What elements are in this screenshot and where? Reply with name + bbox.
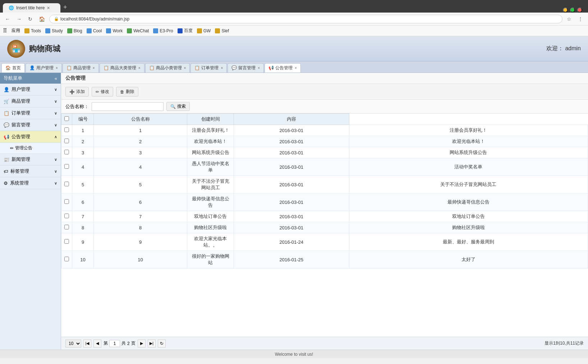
table-row[interactable]: 10 10 很好的一家购物网站 2016-01-25 太好了 — [61, 251, 588, 269]
last-page-button[interactable]: ▶| — [148, 340, 156, 347]
minimize-button[interactable] — [563, 8, 568, 13]
table-row[interactable]: 8 8 购物社区升级啦 2016-03-01 购物社区升级啦 — [61, 222, 588, 233]
tab-announcement-close[interactable]: × — [295, 66, 297, 70]
bookmark-blog[interactable]: Blog — [67, 28, 82, 33]
bookmark-tools[interactable]: Tools — [24, 28, 41, 33]
row-checkbox-5[interactable] — [64, 199, 69, 204]
tab-order-close[interactable]: × — [221, 66, 223, 70]
tab-user-close[interactable]: × — [56, 66, 58, 70]
bookmark-label-slef: Slef — [221, 28, 229, 33]
sidebar-item-news[interactable]: 📰 新闻管理 ∨ — [0, 154, 61, 165]
row-id-6: 7 — [94, 211, 187, 222]
tab-home[interactable]: 🏠 首页 — [1, 63, 25, 73]
extensions-button[interactable]: ⋮ — [576, 15, 585, 23]
row-checkbox-9[interactable] — [64, 257, 69, 261]
tab-message-close[interactable]: × — [258, 66, 260, 70]
table-row[interactable]: 9 9 欢迎大家光临本站。。 2016-01-24 最新、最好、服务最周到 — [61, 233, 588, 251]
sidebar-header-label: 导航菜单 — [4, 75, 22, 81]
sidebar-collapse-icon[interactable]: « — [55, 76, 57, 81]
page-input[interactable] — [109, 340, 120, 347]
apps-icon[interactable]: ⠿ — [3, 27, 7, 34]
refresh-button[interactable]: ↻ — [158, 340, 166, 347]
reload-button[interactable]: ↻ — [26, 15, 35, 23]
tab-category-icon: 📋 — [104, 65, 109, 70]
sidebar-order-icon: 📋 — [4, 111, 9, 116]
first-page-button[interactable]: |◀ — [83, 340, 91, 347]
row-checkbox-0[interactable] — [64, 127, 69, 132]
bookmark-study[interactable]: Study — [45, 28, 63, 33]
page-size-select[interactable]: 10 20 50 — [65, 340, 81, 347]
tab-user-mgmt[interactable]: 👤 用户管理 × — [26, 63, 62, 73]
bookmark-cool[interactable]: Cool — [87, 28, 102, 33]
table-row[interactable]: 5 5 关于不法分子冒充网站员工 2016-03-01 关于不法分子冒充网站员工 — [61, 176, 588, 193]
table-row[interactable]: 1 1 注册会员享好礼！ 2016-03-01 注册会员享好礼！ — [61, 125, 588, 136]
table-row[interactable]: 3 3 网站系统升级公告 2016-03-01 网站系统升级公告 — [61, 147, 588, 158]
row-id-2: 3 — [94, 147, 187, 158]
bookmark-wechat[interactable]: WeChat — [127, 28, 149, 33]
tab-title: Insert title here — [16, 5, 45, 10]
row-checkbox-1[interactable] — [64, 139, 69, 143]
table-row[interactable]: 7 7 双地址订单公告 2016-03-01 双地址订单公告 — [61, 211, 588, 222]
address-bar[interactable]: 🔒 localhost:8084/Ebuy/admin/main.jsp — [49, 15, 562, 23]
sidebar-item-order[interactable]: 📋 订单管理 ∨ — [0, 107, 61, 119]
search-input[interactable] — [92, 102, 164, 111]
sidebar-item-user[interactable]: 👤 用户管理 ∨ — [0, 84, 61, 95]
delete-button[interactable]: 🗑 删除 — [116, 87, 138, 97]
row-checkbox-2[interactable] — [64, 150, 69, 154]
table-row[interactable]: 4 4 愚人节活动中奖名单 2016-03-01 活动中奖名单 — [61, 158, 588, 176]
sidebar-item-system[interactable]: ⚙ 系统管理 ∨ — [0, 177, 61, 189]
bookmark-baidu[interactable]: 百度 — [178, 28, 193, 34]
close-button[interactable] — [577, 8, 582, 13]
sidebar-item-product[interactable]: 🛒 商品管理 ∨ — [0, 95, 61, 107]
new-tab-button[interactable]: + — [60, 2, 70, 13]
bookmark-e3pro[interactable]: E3-Pro — [153, 28, 173, 33]
app-wrapper: 🏪 购物商城 欢迎： admin 🏠 首页 👤 用户管理 × 📋 商品管理 × … — [0, 36, 588, 350]
table-row[interactable]: 6 6 最帅快递哥信息公告 2016-03-01 最帅快递哥信息公告 — [61, 193, 588, 211]
select-all-checkbox[interactable] — [64, 116, 69, 121]
tab-subcategory-close[interactable]: × — [184, 66, 186, 70]
bookmark-gw[interactable]: GW — [197, 28, 211, 33]
row-checkbox-7[interactable] — [64, 225, 69, 229]
bookmark-icon-work — [106, 28, 111, 33]
tab-category-mgmt[interactable]: 📋 商品大类管理 × — [100, 63, 144, 73]
star-button[interactable]: ☆ — [565, 15, 574, 23]
row-checkbox-3[interactable] — [64, 164, 69, 169]
bookmark-slef[interactable]: Slef — [215, 28, 229, 33]
maximize-button[interactable] — [570, 8, 575, 13]
sidebar-subitem-manage-announcement[interactable]: ✏ 管理公告 — [0, 143, 61, 154]
add-icon: ➕ — [69, 89, 75, 94]
home-button[interactable]: 🏠 — [37, 15, 47, 23]
row-checkbox-6[interactable] — [64, 214, 69, 218]
tab-category-close[interactable]: × — [138, 66, 141, 70]
tab-home-label: 首页 — [12, 65, 21, 71]
sidebar-item-announcement[interactable]: 📢 公告管理 ∧ — [0, 131, 61, 143]
edit-button[interactable]: ✏ 修改 — [92, 87, 113, 97]
sidebar-item-message[interactable]: 💬 留言管理 ∨ — [0, 119, 61, 131]
sidebar-message-label: 留言管理 — [12, 122, 30, 128]
tab-announcement-mgmt[interactable]: 📢 公告管理 × — [265, 63, 301, 73]
row-checkbox-8[interactable] — [64, 239, 69, 244]
search-button[interactable]: 🔍 搜索 — [166, 102, 190, 111]
table-row[interactable]: 2 2 欢迎光临本站！ 2016-03-01 欢迎光临本站！ — [61, 136, 588, 147]
row-id-8: 9 — [94, 233, 187, 251]
bookmark-work[interactable]: Work — [106, 28, 123, 33]
browser-tab[interactable]: 🌐 Insert title here ✕ — [3, 3, 60, 13]
tab-subcategory-mgmt[interactable]: 📋 商品小类管理 × — [145, 63, 190, 73]
next-page-button[interactable]: ▶ — [138, 340, 146, 347]
col-date: 创建时间 — [187, 114, 234, 125]
apps-label[interactable]: 应用 — [12, 28, 20, 34]
tab-product-close[interactable]: × — [93, 66, 95, 70]
row-name-2: 网站系统升级公告 — [187, 147, 234, 158]
add-label: 添加 — [76, 89, 85, 95]
tab-product-mgmt[interactable]: 📋 商品管理 × — [63, 63, 99, 73]
row-seq-7: 8 — [72, 222, 94, 233]
sidebar-item-tag[interactable]: 🏷 标签管理 ∨ — [0, 165, 61, 177]
prev-page-button[interactable]: ◀ — [93, 340, 101, 347]
add-button[interactable]: ➕ 添加 — [65, 87, 89, 97]
tab-order-mgmt[interactable]: 📋 订单管理 × — [190, 63, 227, 73]
row-checkbox-4[interactable] — [64, 182, 69, 186]
forward-button[interactable]: → — [14, 15, 24, 23]
back-button[interactable]: ← — [3, 15, 12, 23]
tab-close-button[interactable]: ✕ — [47, 6, 50, 10]
tab-message-mgmt[interactable]: 💬 留言管理 × — [228, 63, 264, 73]
